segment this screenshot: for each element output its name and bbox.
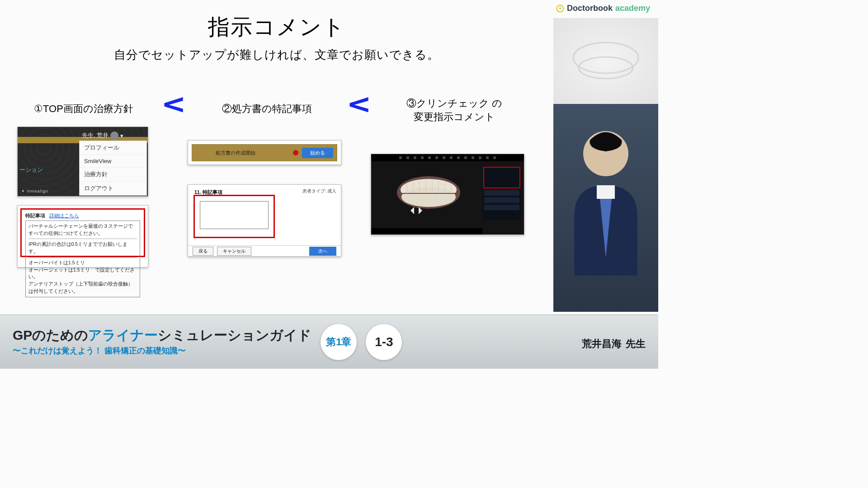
start-text: 処方書の作成開始 [216, 150, 255, 156]
svg-point-6 [401, 187, 456, 207]
less-than-icon: < [348, 89, 370, 118]
title-post: シミュレーションガイド [158, 328, 311, 343]
person-icon [565, 122, 646, 276]
aligner-icon [567, 36, 644, 86]
chevron-down-icon: ▾ [120, 132, 123, 139]
back-button[interactable]: 戻る [193, 247, 213, 256]
user-name: 先生, 荒井 [82, 131, 108, 140]
textarea[interactable] [200, 201, 269, 229]
speaker-suffix: 先生 [626, 338, 646, 349]
user-dropdown-label[interactable]: 先生, 荒井 ▾ [82, 131, 123, 140]
screenshot-prescription-form: 11. 特記事項 患者タイプ: 成人 戻る キャンセル 次へ [188, 184, 341, 257]
title-bar: GPのためのアライナーシミュレーションガイド 〜これだけは覚えよう！ 歯科矯正の… [0, 314, 658, 369]
toolbar [371, 154, 524, 161]
teeth-model [381, 168, 476, 221]
note-line: バーチャルシーチェーンを最後の３ステージですべての症例につけてください。 [28, 223, 137, 237]
next-button[interactable]: 次へ [309, 247, 336, 256]
patient-type: 患者タイプ: 成人 [302, 188, 336, 194]
cancel-button[interactable]: キャンセル [217, 247, 251, 256]
svg-point-1 [579, 57, 633, 79]
slide-area: 指示コメント 自分でセットアップが難しければ、文章でお願いできる。 < < ①T… [0, 0, 553, 312]
slide-subtitle: 自分でセットアップが難しければ、文章でお願いできる。 [0, 47, 553, 63]
notes-title: 特記事項 [25, 213, 45, 218]
side-panel [482, 166, 521, 220]
menu-item-treatment[interactable]: 治療方針 [80, 168, 146, 182]
brand-word2: academy [615, 4, 650, 13]
invisalign-logo: ✦ invisalign [21, 189, 48, 193]
aligner-thumbnail [553, 18, 658, 104]
presenter-video [553, 104, 658, 312]
brand-logo: ✦ Doctorbook academy [556, 4, 650, 13]
ribbon-text: ーション [19, 166, 43, 174]
user-dropdown-menu: プロフィール SmileView 治療方針 ログアウト [79, 141, 147, 196]
speaker-name: 荒井昌海 先生 [582, 333, 646, 351]
title-pre: GPのための [13, 328, 88, 343]
brand-word1: Doctorbook [567, 4, 613, 13]
timeline[interactable] [371, 228, 482, 235]
svg-rect-3 [597, 185, 615, 199]
column-3-heading: ③クリンチェック の 変更指示コメント [384, 97, 524, 124]
screenshot-clincheck [371, 154, 524, 235]
svg-point-0 [573, 42, 638, 73]
note-line: オーバーバイトは1.5ミリ [28, 259, 137, 267]
section-pill: 1-3 [366, 324, 402, 360]
menu-item-logout[interactable]: ログアウト [80, 182, 146, 195]
note-line: IPRの累計の合計は0.5ミリまででお願いします。 [28, 241, 137, 255]
screenshot-prescription-start: 処方書の作成開始 始める [188, 140, 341, 165]
svg-marker-16 [410, 207, 414, 214]
column-1-heading: ①TOP画面の治療方針 [14, 102, 154, 116]
screenshot-special-notes: 特記事項 詳細はこちら バーチャルシーチェーンを最後の３ステージですべての症例に… [17, 205, 148, 267]
course-subtitle: 〜これだけは覚えよう！ 歯科矯正の基礎知識〜 [13, 345, 311, 356]
details-link[interactable]: 詳細はこちら [49, 213, 79, 218]
course-title: GPのためのアライナーシミュレーションガイド [13, 328, 311, 343]
chapter-pill: 第1章 [321, 324, 357, 360]
menu-item-profile[interactable]: プロフィール [80, 141, 146, 155]
start-button[interactable]: 始める [302, 148, 333, 158]
title-em: アライナー [88, 328, 158, 343]
slide-title: 指示コメント [0, 13, 553, 42]
highlight-box: 特記事項 詳細はこちら バーチャルシーチェーンを最後の３ステージですべての症例に… [20, 208, 145, 257]
avatar-icon [110, 131, 118, 140]
note-line: オーバージェットは1.5ミリ で設定してください。 [28, 267, 137, 281]
menu-item-smileview[interactable]: SmileView [80, 155, 146, 168]
speaker-fullname: 荒井昌海 [582, 338, 622, 349]
highlight-box [483, 167, 520, 188]
note-line: アンテリアストップ（上下顎前歯の咬合接触）は付与してください。 [28, 281, 137, 295]
alert-icon [293, 150, 298, 155]
column-2-heading: ②処方書の特記事項 [190, 102, 344, 116]
teeth-icon [392, 172, 465, 217]
brand-icon: ✦ [556, 5, 564, 13]
less-than-icon: < [163, 89, 184, 118]
screenshot-top-menu: 先生, 荒井 ▾ ーション プロフィール SmileView 治療方針 ログアウ… [17, 127, 148, 197]
